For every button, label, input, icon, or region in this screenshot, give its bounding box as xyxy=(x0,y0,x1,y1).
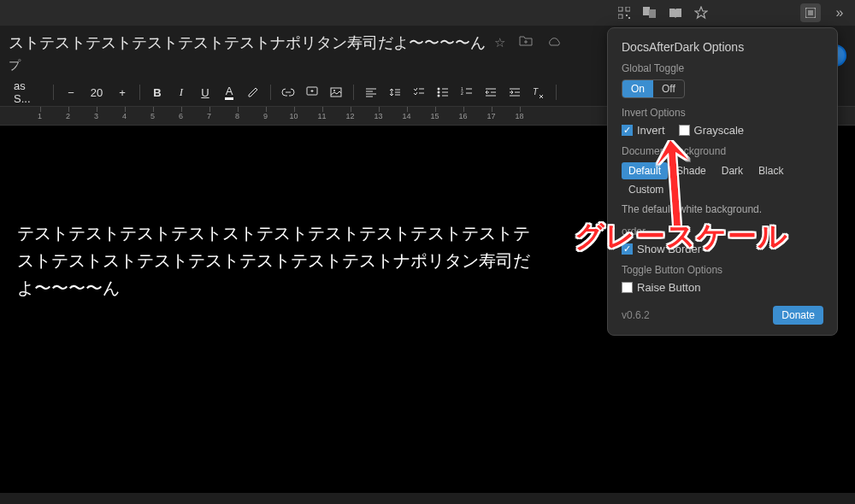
annotation-text: グレースケール xyxy=(575,217,788,256)
page-body-text[interactable]: テストテストテストテストストテストテストテストテストテストテストテストストテスト… xyxy=(17,220,530,302)
ruler-mark: 14 xyxy=(392,107,421,125)
invert-checkbox[interactable]: ✓ Invert xyxy=(622,124,665,137)
bg-default[interactable]: Default xyxy=(622,162,668,179)
bg-shade[interactable]: Shade xyxy=(669,162,713,179)
ruler-mark: 18 xyxy=(505,107,534,125)
bulleted-list-button[interactable] xyxy=(433,82,453,103)
qr-icon[interactable] xyxy=(617,6,631,20)
svg-point-13 xyxy=(333,90,335,91)
svg-rect-12 xyxy=(331,88,341,97)
cloud-icon[interactable] xyxy=(546,35,562,50)
more-icon[interactable]: » xyxy=(833,6,846,20)
highlight-button[interactable] xyxy=(243,82,263,103)
svg-text:T: T xyxy=(533,87,539,97)
invert-options-label: Invert Options xyxy=(622,107,823,119)
grayscale-label: Grayscale xyxy=(694,124,745,137)
comment-button[interactable] xyxy=(302,82,322,103)
ruler-mark: 4 xyxy=(110,107,139,125)
document-title[interactable]: ストテストテストテストテストテストナポリタン寿司だよ〜〜〜〜ん xyxy=(9,32,486,53)
font-size-input[interactable]: 20 xyxy=(85,82,109,103)
browser-top-bar: » xyxy=(0,0,855,26)
ruler-mark: 3 xyxy=(82,107,110,125)
ruler-mark: 17 xyxy=(477,107,505,125)
ruler-mark: 16 xyxy=(449,107,477,125)
link-button[interactable] xyxy=(278,82,298,103)
ruler-mark: 5 xyxy=(139,107,167,125)
line-spacing-button[interactable] xyxy=(385,82,405,103)
font-family-select[interactable]: as S... xyxy=(9,82,46,103)
ruler-mark: 10 xyxy=(280,107,308,125)
svg-text:2: 2 xyxy=(461,91,463,96)
ruler-mark: 15 xyxy=(421,107,449,125)
indent-decrease-button[interactable] xyxy=(481,82,501,103)
move-folder-icon[interactable] xyxy=(519,35,533,50)
global-toggle: On Off xyxy=(622,79,685,98)
font-size-increase[interactable]: + xyxy=(112,82,133,103)
bg-dark[interactable]: Dark xyxy=(715,162,750,179)
svg-rect-5 xyxy=(643,7,650,15)
global-toggle-label: Global Toggle xyxy=(622,62,823,74)
popup-title: DocsAfterDark Options xyxy=(622,40,823,54)
book-icon[interactable] xyxy=(669,6,682,20)
background-desc: The default, white background. xyxy=(622,203,823,215)
checkbox-unchecked-icon xyxy=(679,125,690,136)
checkbox-unchecked-icon xyxy=(622,282,633,293)
image-button[interactable] xyxy=(326,82,346,103)
svg-rect-6 xyxy=(649,9,656,18)
raise-button-checkbox[interactable]: Raise Button xyxy=(622,281,823,294)
toggle-off[interactable]: Off xyxy=(653,80,684,97)
raise-button-label: Raise Button xyxy=(637,281,700,294)
donate-button[interactable]: Donate xyxy=(773,306,823,325)
page[interactable]: テストテストテストテストストテストテストテストテストテストテストテストストテスト… xyxy=(0,143,547,472)
ruler-mark: 6 xyxy=(167,107,195,125)
invert-label: Invert xyxy=(637,124,665,137)
align-button[interactable] xyxy=(361,82,381,103)
svg-rect-3 xyxy=(626,15,628,16)
bg-custom[interactable]: Custom xyxy=(622,181,670,198)
ruler-mark: 7 xyxy=(195,107,223,125)
italic-button[interactable]: I xyxy=(171,82,192,103)
ruler-mark: 11 xyxy=(308,107,336,125)
svg-rect-1 xyxy=(626,7,630,11)
svg-point-27 xyxy=(438,95,440,97)
indent-increase-button[interactable] xyxy=(504,82,525,103)
star-icon[interactable] xyxy=(694,6,708,20)
svg-point-25 xyxy=(438,91,440,94)
svg-rect-0 xyxy=(618,7,622,11)
star-outline-icon[interactable]: ☆ xyxy=(494,35,505,50)
ruler-mark: 9 xyxy=(251,107,280,125)
toggle-button-options-label: Toggle Button Options xyxy=(622,264,823,276)
ruler-mark: 1 xyxy=(26,107,54,125)
extension-popup: DocsAfterDark Options Global Toggle On O… xyxy=(607,27,838,336)
clear-format-button[interactable]: T xyxy=(528,82,549,103)
extensions-button[interactable] xyxy=(800,3,821,22)
document-background-label: Document Background xyxy=(622,145,823,157)
bold-button[interactable]: B xyxy=(147,82,168,103)
background-options: Default Shade Dark Black Custom xyxy=(622,162,823,198)
ruler-mark: 12 xyxy=(336,107,364,125)
translate-icon[interactable] xyxy=(643,6,657,20)
svg-rect-4 xyxy=(628,17,630,19)
bg-black[interactable]: Black xyxy=(752,162,790,179)
toggle-on[interactable]: On xyxy=(622,80,653,97)
ruler-mark: 2 xyxy=(54,107,82,125)
checkbox-checked-icon: ✓ xyxy=(622,125,633,136)
ruler-mark: 13 xyxy=(364,107,392,125)
ruler-mark: 8 xyxy=(223,107,251,125)
grayscale-checkbox[interactable]: Grayscale xyxy=(679,124,745,137)
version-text: v0.6.2 xyxy=(622,309,650,321)
underline-button[interactable]: U xyxy=(195,82,215,103)
text-color-button[interactable]: A xyxy=(219,82,239,103)
svg-rect-2 xyxy=(618,15,622,19)
checklist-button[interactable] xyxy=(409,82,429,103)
svg-point-23 xyxy=(438,88,440,91)
font-size-decrease[interactable]: − xyxy=(61,82,81,103)
numbered-list-button[interactable]: 12 xyxy=(457,82,477,103)
